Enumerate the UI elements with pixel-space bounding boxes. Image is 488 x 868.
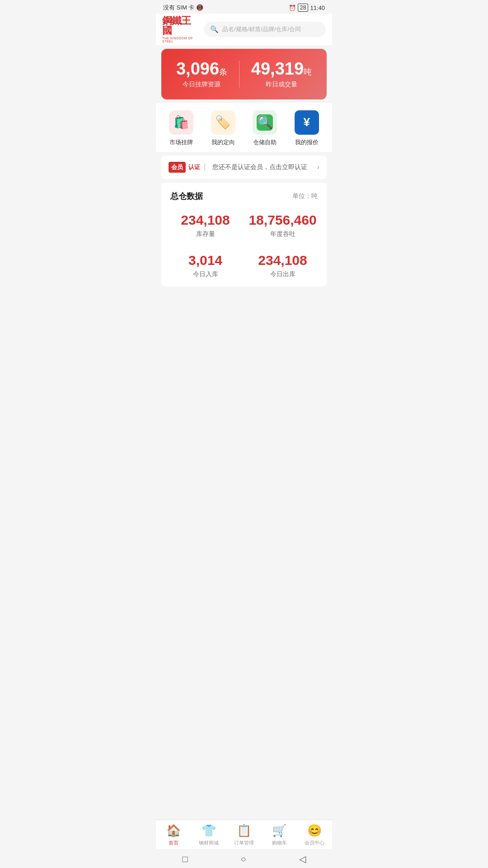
nav-item-price[interactable]: ¥ 我的报价 [295, 110, 319, 146]
directional-label: 我的定向 [211, 138, 235, 146]
inbound-number: 3,014 [170, 253, 240, 268]
inventory-label: 库存量 [170, 230, 240, 238]
storage-label: 仓储自助 [253, 138, 277, 146]
storage-icon-wrap: 🔍 [253, 110, 277, 135]
volume-number: 49,319吨 [251, 60, 312, 79]
directional-icon: 🏷️ [215, 115, 231, 130]
inbound-label: 今日入库 [170, 270, 240, 278]
time-display: 11:40 [310, 5, 325, 11]
member-divider: | [204, 162, 206, 172]
market-label: 市场挂牌 [169, 138, 193, 146]
volume-label: 昨日成交量 [251, 80, 312, 89]
member-tag: 会员 [169, 162, 186, 173]
storage-icon: 🔍 [257, 114, 273, 131]
stat-outbound: 234,108 今日出库 [248, 253, 318, 278]
status-bar: 没有 SIM 卡 📵 ⏰ 28 11:40 [156, 0, 332, 14]
annual-label: 年度吞吐 [248, 230, 318, 238]
outbound-number: 234,108 [248, 253, 318, 268]
warehouse-section: 总仓数据 单位：吨 234,108 库存量 18,756,460 年度吞吐 3,… [161, 183, 327, 287]
outbound-label: 今日出库 [248, 270, 318, 278]
annual-number: 18,756,460 [248, 212, 318, 227]
market-icon: 🛍️ [174, 115, 189, 130]
logo-sub-text: THE KINGDOM OF STEEL [162, 37, 198, 43]
status-right: ⏰ 28 11:40 [289, 4, 325, 12]
hero-banner: 3,096条 今日挂牌资源 49,319吨 昨日成交量 [161, 49, 327, 99]
member-banner[interactable]: 会员 认证 | 您还不是认证会员，点击立即认证 › [161, 156, 327, 179]
section-header: 总仓数据 单位：吨 [170, 191, 318, 202]
quick-nav: 🛍️ 市场挂牌 🏷️ 我的定向 🔍 仓储自助 ¥ 我的报价 [156, 103, 332, 152]
search-bar[interactable]: 🔍 品名/规格/材质/品牌/仓库/合同 [204, 22, 326, 37]
app-logo: 鋼鐵王國 THE KINGDOM OF STEEL [162, 18, 198, 41]
member-cta-text: 您还不是认证会员，点击立即认证 [212, 163, 317, 171]
hero-stat-volume: 49,319吨 昨日成交量 [251, 60, 312, 89]
listings-number: 3,096条 [176, 60, 227, 79]
search-placeholder-text: 品名/规格/材质/品牌/仓库/合同 [222, 25, 301, 33]
price-icon-wrap: ¥ [295, 110, 319, 135]
hero-stat-listings: 3,096条 今日挂牌资源 [176, 60, 227, 89]
directional-icon-wrap: 🏷️ [211, 110, 235, 135]
nav-item-market[interactable]: 🛍️ 市场挂牌 [169, 110, 193, 146]
listings-label: 今日挂牌资源 [176, 80, 227, 89]
alarm-icon: ⏰ [289, 5, 296, 11]
nav-item-directional[interactable]: 🏷️ 我的定向 [211, 110, 235, 146]
section-unit: 单位：吨 [292, 192, 318, 200]
nav-item-storage[interactable]: 🔍 仓储自助 [253, 110, 277, 146]
battery-indicator: 28 [298, 4, 308, 12]
stat-annual: 18,756,460 年度吞吐 [248, 212, 318, 238]
section-title: 总仓数据 [170, 191, 203, 202]
stat-inbound: 3,014 今日入库 [170, 253, 240, 278]
member-arrow-icon: › [317, 163, 319, 171]
stat-inventory: 234,108 库存量 [170, 212, 240, 238]
inventory-number: 234,108 [170, 212, 240, 227]
market-icon-wrap: 🛍️ [169, 110, 193, 135]
warehouse-data-grid: 234,108 库存量 18,756,460 年度吞吐 3,014 今日入库 2… [170, 212, 318, 278]
price-label: 我的报价 [295, 138, 319, 146]
status-carrier: 没有 SIM 卡 📵 [163, 4, 203, 12]
price-icon: ¥ [304, 115, 310, 129]
member-certification-label: 认证 [188, 163, 200, 171]
search-icon: 🔍 [210, 25, 219, 33]
logo-main-text: 鋼鐵王國 [162, 16, 198, 36]
header: 鋼鐵王國 THE KINGDOM OF STEEL 🔍 品名/规格/材质/品牌/… [156, 14, 332, 45]
hero-divider [239, 61, 239, 88]
